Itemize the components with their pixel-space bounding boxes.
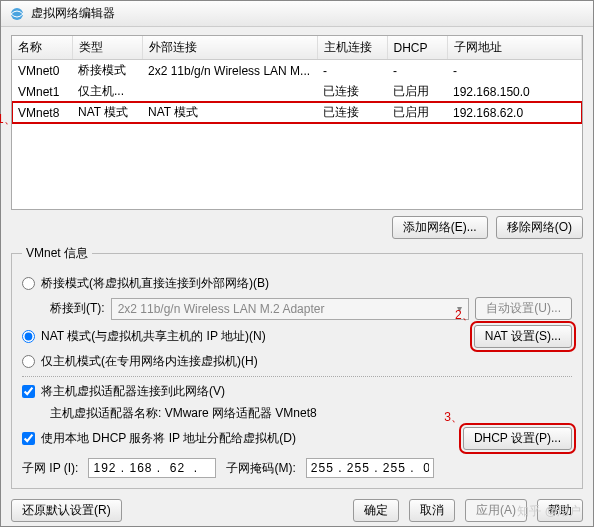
nat-settings-button[interactable]: NAT 设置(S)... [474, 325, 572, 348]
remove-network-button[interactable]: 移除网络(O) [496, 216, 583, 239]
table-cell: 已连接 [317, 81, 387, 102]
table-cell: NAT 模式 [142, 102, 317, 123]
table-row[interactable]: VMnet1仅主机...已连接已启用192.168.150.0 [12, 81, 582, 102]
table-cell: NAT 模式 [72, 102, 142, 123]
table-row[interactable]: VMnet0桥接模式2x2 11b/g/n Wireless LAN M...-… [12, 60, 582, 82]
dhcp-settings-button[interactable]: DHCP 设置(P)... [463, 427, 572, 450]
subnet-mask-label: 子网掩码(M): [226, 460, 295, 477]
app-icon [9, 6, 25, 22]
help-button[interactable]: 帮助 [537, 499, 583, 522]
table-cell: VMnet0 [12, 60, 72, 82]
dhcp-checkbox[interactable] [22, 432, 35, 445]
col-header[interactable]: 名称 [12, 36, 72, 60]
table-cell: - [317, 60, 387, 82]
svg-point-0 [11, 8, 23, 20]
connect-host-label: 将主机虚拟适配器连接到此网络(V) [41, 383, 225, 400]
table-cell: - [387, 60, 447, 82]
table-cell [142, 81, 317, 102]
table-cell: 仅主机... [72, 81, 142, 102]
table-row[interactable]: VMnet8NAT 模式NAT 模式已连接已启用192.168.62.0 [12, 102, 582, 123]
titlebar: 虚拟网络编辑器 [1, 1, 593, 27]
add-network-button[interactable]: 添加网络(E)... [392, 216, 488, 239]
col-header[interactable]: 外部连接 [142, 36, 317, 60]
window-title: 虚拟网络编辑器 [31, 5, 115, 22]
restore-defaults-button[interactable]: 还原默认设置(R) [11, 499, 122, 522]
subnet-ip-input[interactable] [88, 458, 216, 478]
vmnet-info-fieldset: VMnet 信息 桥接模式(将虚拟机直接连接到外部网络)(B) 桥接到(T): … [11, 245, 583, 489]
hostonly-radio-label: 仅主机模式(在专用网络内连接虚拟机)(H) [41, 353, 258, 370]
bridge-to-label: 桥接到(T): [50, 300, 105, 317]
hostonly-radio[interactable] [22, 355, 35, 368]
col-header[interactable]: 类型 [72, 36, 142, 60]
col-header[interactable]: 子网地址 [447, 36, 582, 60]
ok-button[interactable]: 确定 [353, 499, 399, 522]
table-cell: 192.168.150.0 [447, 81, 582, 102]
subnet-ip-label: 子网 IP (I): [22, 460, 78, 477]
table-cell: 已启用 [387, 81, 447, 102]
network-table[interactable]: 名称类型外部连接主机连接DHCP子网地址 VMnet0桥接模式2x2 11b/g… [11, 35, 583, 210]
cancel-button[interactable]: 取消 [409, 499, 455, 522]
col-header[interactable]: 主机连接 [317, 36, 387, 60]
bridge-radio-label: 桥接模式(将虚拟机直接连接到外部网络)(B) [41, 275, 269, 292]
table-cell: 192.168.62.0 [447, 102, 582, 123]
annotation-2: 2、 [455, 307, 474, 324]
apply-button[interactable]: 应用(A) [465, 499, 527, 522]
fieldset-legend: VMnet 信息 [22, 245, 92, 262]
col-header[interactable]: DHCP [387, 36, 447, 60]
host-adapter-name: 主机虚拟适配器名称: VMware 网络适配器 VMnet8 [50, 405, 317, 422]
table-cell: 已启用 [387, 102, 447, 123]
nat-radio[interactable] [22, 330, 35, 343]
divider [22, 376, 572, 377]
bridge-to-select[interactable]: 2x2 11b/g/n Wireless LAN M.2 Adapter ▾ [111, 298, 470, 320]
connect-host-checkbox[interactable] [22, 385, 35, 398]
table-cell: 桥接模式 [72, 60, 142, 82]
annotation-3: 3、 [444, 409, 463, 426]
table-cell: VMnet1 [12, 81, 72, 102]
bridge-radio[interactable] [22, 277, 35, 290]
auto-set-button[interactable]: 自动设置(U)... [475, 297, 572, 320]
nat-radio-label: NAT 模式(与虚拟机共享主机的 IP 地址)(N) [41, 328, 266, 345]
table-cell: - [447, 60, 582, 82]
dhcp-checkbox-label: 使用本地 DHCP 服务将 IP 地址分配给虚拟机(D) [41, 430, 296, 447]
table-cell: 2x2 11b/g/n Wireless LAN M... [142, 60, 317, 82]
bridge-to-value: 2x2 11b/g/n Wireless LAN M.2 Adapter [118, 302, 325, 316]
table-cell: VMnet8 [12, 102, 72, 123]
subnet-mask-input[interactable] [306, 458, 434, 478]
table-cell: 已连接 [317, 102, 387, 123]
